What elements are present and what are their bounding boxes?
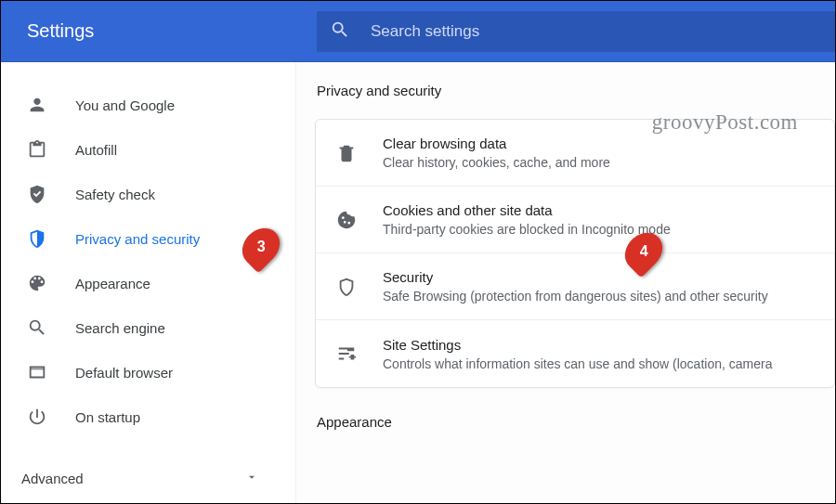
sidebar-item-label: Search engine bbox=[75, 320, 165, 336]
sidebar-item-search-engine[interactable]: Search engine bbox=[1, 305, 295, 350]
search-input[interactable] bbox=[371, 22, 822, 41]
sidebar-item-label: On startup bbox=[75, 409, 140, 425]
person-icon bbox=[27, 95, 47, 115]
sidebar-item-appearance[interactable]: Appearance bbox=[1, 261, 295, 305]
page-title: Settings bbox=[1, 20, 317, 42]
row-title: Clear browsing data bbox=[383, 136, 816, 151]
shield-icon bbox=[27, 228, 47, 249]
clipboard-icon bbox=[27, 139, 47, 160]
power-icon bbox=[27, 407, 47, 427]
sidebar-item-label: Privacy and security bbox=[75, 231, 200, 247]
search-box[interactable] bbox=[317, 11, 835, 52]
sidebar-advanced-toggle[interactable]: Advanced bbox=[1, 456, 295, 500]
tune-icon bbox=[336, 343, 357, 364]
sidebar-item-default-browser[interactable]: Default browser bbox=[1, 350, 295, 394]
section-title-appearance: Appearance bbox=[317, 414, 835, 430]
trash-icon bbox=[336, 143, 357, 163]
sidebar-item-label: Appearance bbox=[75, 276, 150, 291]
shield-check-icon bbox=[27, 184, 47, 204]
watermark: groovyPost.com bbox=[652, 110, 798, 135]
sidebar-item-label: Autofill bbox=[75, 142, 117, 158]
sidebar-item-you-and-google[interactable]: You and Google bbox=[1, 83, 295, 127]
search-container bbox=[317, 1, 835, 61]
shield-outline-icon bbox=[336, 277, 357, 297]
sidebar-item-label: You and Google bbox=[75, 97, 175, 113]
row-subtitle: Third-party cookies are blocked in Incog… bbox=[383, 222, 816, 237]
row-security[interactable]: Security Safe Browsing (protection from … bbox=[316, 253, 834, 320]
privacy-card: Clear browsing data Clear history, cooki… bbox=[315, 119, 835, 388]
row-subtitle: Controls what information sites can use … bbox=[383, 356, 816, 371]
sidebar-item-on-startup[interactable]: On startup bbox=[1, 394, 295, 439]
cookie-icon bbox=[336, 210, 357, 230]
sidebar-item-safety-check[interactable]: Safety check bbox=[1, 172, 295, 216]
search-icon bbox=[330, 19, 371, 43]
chevron-down-icon bbox=[245, 471, 258, 486]
browser-icon bbox=[27, 362, 47, 382]
sidebar-item-label: Default browser bbox=[75, 365, 173, 381]
row-title: Site Settings bbox=[383, 337, 816, 353]
row-title: Cookies and other site data bbox=[383, 202, 816, 218]
row-subtitle: Safe Browsing (protection from dangerous… bbox=[383, 289, 816, 304]
search-icon bbox=[27, 317, 47, 338]
row-subtitle: Clear history, cookies, cache, and more bbox=[383, 155, 816, 170]
advanced-label: Advanced bbox=[21, 471, 84, 486]
row-site-settings[interactable]: Site Settings Controls what information … bbox=[316, 320, 834, 387]
sidebar-item-autofill[interactable]: Autofill bbox=[1, 127, 295, 172]
section-title-privacy: Privacy and security bbox=[317, 83, 835, 98]
palette-icon bbox=[27, 273, 47, 293]
sidebar: You and Google Autofill Safety check Pri… bbox=[1, 62, 296, 503]
app-header: Settings bbox=[1, 1, 835, 62]
row-cookies[interactable]: Cookies and other site data Third-party … bbox=[316, 187, 834, 253]
row-title: Security bbox=[383, 269, 816, 285]
sidebar-item-label: Safety check bbox=[75, 187, 155, 202]
